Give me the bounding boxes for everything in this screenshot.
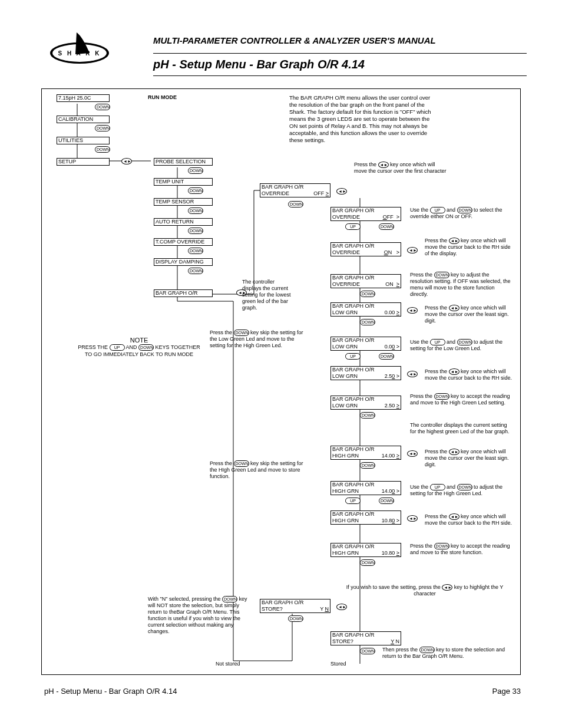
lcd-store-n: BAR GRAPH O/R STORE?Y N xyxy=(260,599,330,613)
up-btn[interactable]: UP xyxy=(345,498,361,504)
svg-text:S H A R K: S H A R K xyxy=(58,50,101,57)
down-btn[interactable]: DOWN xyxy=(95,146,110,153)
lcd-probe: PROBE SELECTION xyxy=(154,158,213,166)
down-btn[interactable]: DOWN xyxy=(360,319,375,325)
down-btn[interactable]: DOWN xyxy=(360,559,375,566)
lcd-damping: DISPLAY DAMPING xyxy=(154,258,213,266)
note-ctrl-low: The controller displays the current sett… xyxy=(242,279,292,311)
lcd-lowgrn-0: BAR GRAPH O/R LOW GRN0.00 > xyxy=(330,302,401,317)
down-btn[interactable]: DOWN xyxy=(360,648,375,654)
note-select-override: Use the UP and DOWN to select the overri… xyxy=(410,207,510,220)
note-ctrl-high: The controller displays the current sett… xyxy=(410,422,513,435)
down-btn[interactable]: DOWN xyxy=(379,353,394,360)
lr-btn[interactable]: ◄► xyxy=(336,188,347,195)
lcd-setup: SETUP xyxy=(57,158,110,166)
lr-btn[interactable]: ◄► xyxy=(121,158,132,164)
down-btn[interactable]: DOWN xyxy=(360,291,375,297)
note-runmode: NOTE PRESS THE UP AND DOWN KEYS TOGETHER… xyxy=(74,337,204,358)
note-cursor-first: Press the ◄► key once which will move th… xyxy=(354,162,448,174)
lcd-top: 7.15pH 25.0C xyxy=(57,94,110,102)
down-btn[interactable]: DOWN xyxy=(188,187,203,194)
down-btn[interactable]: DOWN xyxy=(95,104,110,110)
page-title: pH - Setup Menu - Bar Graph O/R 4.14 xyxy=(153,58,521,71)
down-btn[interactable]: DOWN xyxy=(360,462,375,469)
down-btn[interactable]: DOWN xyxy=(188,207,203,214)
lcd-lowgrn-0c: BAR GRAPH O/R LOW GRN0.00 > xyxy=(330,337,401,351)
note-skip-low: Press the DOWN key skip the setting for … xyxy=(210,330,307,349)
lcd-override-off: BAR GRAPH O/R OVERRIDEOFF > xyxy=(260,183,330,197)
down-btn[interactable]: DOWN xyxy=(288,615,303,622)
lcd-override-on-cursor: BAR GRAPH O/R OVERRIDEON > xyxy=(330,242,401,256)
lcd-bargraph: BAR GRAPH O/R xyxy=(154,289,213,297)
manual-header: MULTI-PARAMETER CONTROLLER & ANALYZER US… xyxy=(153,35,521,45)
lcd-override-off-cursor: BAR GRAPH O/R OVERRIDEOFF > xyxy=(330,207,401,221)
lcd-override-on: BAR GRAPH O/R OVERRIDEON > xyxy=(330,274,401,288)
down-btn[interactable]: DOWN xyxy=(379,223,394,230)
note-accept-low: Press the DOWN key to accept the reading… xyxy=(410,393,513,406)
note-store: Then press the DOWN key to store the sel… xyxy=(382,647,506,660)
down-btn[interactable]: DOWN xyxy=(188,248,203,254)
lr-btn[interactable]: ◄► xyxy=(336,604,347,610)
note-cursor-rh3: Press the ◄► key once which will move th… xyxy=(425,513,513,526)
lr-btn[interactable]: ◄► xyxy=(407,450,418,457)
stored-label: Stored xyxy=(330,661,346,667)
lcd-tempsensor: TEMP SENSOR xyxy=(154,198,213,206)
note-cursor-rh: Press the ◄► key once which will move th… xyxy=(425,238,513,257)
lcd-highgrn-14c: BAR GRAPH O/R HIGH GRN14.00 > xyxy=(330,481,401,495)
footer-right: Page 33 xyxy=(492,687,521,696)
footer-left: pH - Setup Menu - Bar Graph O/R 4.14 xyxy=(44,687,177,696)
lcd-store-y: BAR GRAPH O/R STORE?Y N xyxy=(330,631,401,645)
note-cursor-lsd: Press the ◄► key once which will move th… xyxy=(425,305,513,324)
lcd-lowgrn-250c: BAR GRAPH O/R LOW GRN2.50 > xyxy=(330,366,401,380)
down-btn[interactable]: DOWN xyxy=(188,268,203,274)
lr-btn[interactable]: ◄► xyxy=(407,371,418,377)
lcd-highgrn-108: BAR GRAPH O/R HIGH GRN10.80 > xyxy=(330,543,401,557)
note-adj-low: Use the UP and DOWN to adjust the settin… xyxy=(410,339,510,352)
intro-text: The BAR GRAPH O/R menu allows the user c… xyxy=(289,94,437,144)
down-btn[interactable]: DOWN xyxy=(379,498,394,504)
up-btn[interactable]: UP xyxy=(345,353,361,360)
note-cursor-rh2: Press the ◄► key once which will move th… xyxy=(425,368,513,381)
lcd-tempunit: TEMP UNIT xyxy=(154,178,213,186)
note-save: If you wish to save the setting, press t… xyxy=(342,584,507,597)
lcd-tcomp: T.COMP OVERRIDE xyxy=(154,238,213,246)
lcd-highgrn-14: BAR GRAPH O/R HIGH GRN14.00 > xyxy=(330,446,401,460)
note-cursor-lsd2: Press the ◄► key once which will move th… xyxy=(425,449,513,468)
lcd-utilities: UTILITIES xyxy=(57,137,110,144)
shark-logo: S H A R K xyxy=(47,29,112,65)
not-stored-label: Not stored xyxy=(216,661,240,667)
lr-btn[interactable]: ◄► xyxy=(407,247,418,253)
lr-btn[interactable]: ◄► xyxy=(407,515,418,522)
down-btn[interactable]: DOWN xyxy=(288,201,303,207)
note-n-selected: With "N" selected, pressing the DOWN key… xyxy=(148,596,251,635)
down-btn[interactable]: DOWN xyxy=(188,228,203,234)
lcd-highgrn-108c: BAR GRAPH O/R HIGH GRN10.80 > xyxy=(330,510,401,525)
lcd-calibration: CALIBRATION xyxy=(57,116,110,123)
note-adjust-res: Press the DOWN key to adjust the resolut… xyxy=(410,272,513,298)
down-btn[interactable]: DOWN xyxy=(360,412,375,419)
run-mode-label: RUN MODE xyxy=(148,94,177,101)
lr-btn[interactable]: ◄► xyxy=(407,307,418,314)
diagram-frame: RUN MODE 7.15pH 25.0C DOWN CALIBRATION D… xyxy=(41,88,521,675)
lcd-autoreturn: AUTO RETURN xyxy=(154,218,213,226)
up-btn[interactable]: UP xyxy=(345,223,361,230)
note-adj-high: Use the UP and DOWN to adjust the settin… xyxy=(410,484,510,497)
note-skip-high: Press the DOWN key skip the setting for … xyxy=(210,460,307,480)
down-btn[interactable]: DOWN xyxy=(95,125,110,131)
note-accept-high: Press the DOWN key to accept the reading… xyxy=(410,543,513,556)
down-btn[interactable]: DOWN xyxy=(188,167,203,174)
lcd-lowgrn-250: BAR GRAPH O/R LOW GRN2.50 > xyxy=(330,396,401,410)
